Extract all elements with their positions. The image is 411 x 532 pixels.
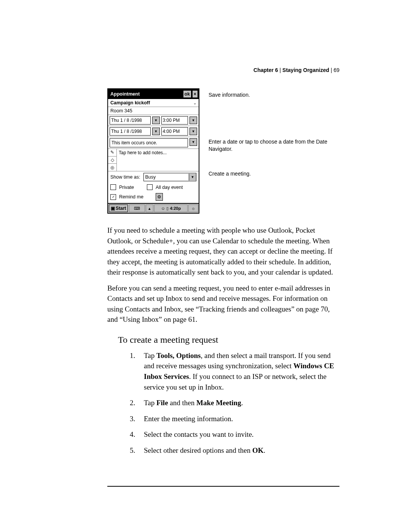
- window-title: Appointment: [109, 91, 182, 97]
- show-time-row: Show time as: Busy ▼: [108, 171, 199, 183]
- paragraph-2: Before you can send a meeting request, y…: [107, 283, 339, 325]
- end-time-input[interactable]: 4:00 PM: [161, 127, 188, 136]
- end-date-dropdown[interactable]: ▼: [152, 128, 160, 135]
- keyboard-icon[interactable]: ⌨: [129, 204, 145, 212]
- remind-checkbox[interactable]: ✓: [110, 194, 116, 200]
- recurrence-input[interactable]: This item occurs once.: [110, 138, 188, 147]
- allday-label: All day event: [156, 185, 183, 190]
- show-time-select[interactable]: Busy ▼: [143, 173, 196, 181]
- header-title: Staying Organized: [282, 67, 329, 73]
- figure: Appointment ok × Campaign kickoff ⌄ Room…: [107, 88, 339, 214]
- paragraph-1: If you need to schedule a meeting with p…: [107, 225, 339, 278]
- start-time-input[interactable]: 3:00 PM: [161, 116, 188, 125]
- subject-value: Campaign kickoff: [110, 100, 150, 105]
- recurrence-dropdown[interactable]: ▼: [190, 138, 197, 146]
- start-button[interactable]: ▣ Start: [109, 204, 128, 212]
- start-date-input[interactable]: Thu 1 / 8 /1998: [110, 116, 151, 125]
- step-5: Select other desired options and then OK…: [137, 445, 339, 456]
- location-value: Room 345: [110, 108, 132, 113]
- private-label: Private: [119, 185, 134, 190]
- page-header: Chapter 6 | Staying Organized | 69: [107, 67, 339, 73]
- chevron-down-icon: ⌄: [193, 101, 196, 105]
- step-4: Select the contacts you want to invite.: [137, 429, 339, 440]
- allday-checkbox[interactable]: [147, 184, 153, 190]
- start-date-dropdown[interactable]: ▼: [152, 117, 160, 124]
- callout-save: Save information.: [209, 91, 339, 99]
- private-checkbox[interactable]: [110, 184, 116, 190]
- header-page-number: 69: [333, 67, 339, 73]
- end-time-dropdown[interactable]: ▼: [190, 128, 197, 135]
- remind-row: ✓ Remind me ⚙: [108, 192, 199, 203]
- location-field[interactable]: Room 345: [108, 107, 199, 115]
- system-tray[interactable]: ☺ ▯ 4:20p: [154, 204, 188, 212]
- windows-icon: ▣: [111, 206, 115, 211]
- notes-area: ✎ ◇ ◎ Tap here to add notes...: [108, 149, 199, 171]
- taskbar-up-icon[interactable]: ▴: [146, 204, 153, 212]
- steps-list: Tap Tools, Options, and then select a ma…: [107, 350, 339, 455]
- step-1: Tap Tools, Options, and then select a ma…: [137, 350, 339, 392]
- end-date-input[interactable]: Thu 1 / 8 /1998: [110, 127, 151, 136]
- subject-field[interactable]: Campaign kickoff ⌄: [108, 99, 199, 107]
- notes-icon[interactable]: ✎: [108, 149, 116, 157]
- meeting-icon[interactable]: ◎: [108, 164, 116, 171]
- ok-button[interactable]: ok: [183, 90, 191, 98]
- close-button[interactable]: ×: [192, 90, 198, 98]
- section-heading: To create a meeting request: [118, 335, 339, 345]
- battery-icon: ▯: [166, 206, 169, 211]
- private-allday-row: Private All day event: [108, 183, 199, 192]
- titlebar: Appointment ok ×: [108, 89, 199, 99]
- eraser-icon[interactable]: ◇: [108, 157, 116, 164]
- header-chapter: Chapter 6: [253, 67, 278, 73]
- tray-icon: ☺: [161, 206, 165, 211]
- appointment-window: Appointment ok × Campaign kickoff ⌄ Room…: [107, 88, 199, 214]
- notes-input[interactable]: Tap here to add notes...: [117, 149, 199, 171]
- desktop-icon[interactable]: ☼: [188, 204, 198, 212]
- callout-date-navigator: Enter a date or tap to choose a date fro…: [209, 138, 339, 153]
- document-page: Chapter 6 | Staying Organized | 69 Appoi…: [107, 67, 339, 490]
- end-datetime-row: Thu 1 / 8 /1998 ▼ 4:00 PM ▼: [108, 126, 199, 137]
- taskbar: ▣ Start ⌨ ▴ ☺ ▯ 4:20p ☼: [108, 203, 199, 213]
- recurrence-row: This item occurs once. ▼: [108, 137, 199, 149]
- start-time-dropdown[interactable]: ▼: [190, 117, 197, 124]
- notes-tool-column: ✎ ◇ ◎: [108, 149, 117, 171]
- show-time-label: Show time as:: [110, 174, 140, 180]
- callout-create-meeting: Create a meeting.: [209, 170, 339, 177]
- remind-label: Remind me: [119, 194, 143, 200]
- start-datetime-row: Thu 1 / 8 /1998 ▼ 3:00 PM ▼: [108, 115, 199, 126]
- step-2: Tap File and then Make Meeting.: [137, 398, 339, 408]
- figure-callouts: Save information. Enter a date or tap to…: [209, 88, 339, 177]
- chevron-down-icon: ▼: [189, 174, 196, 181]
- footer-rule: [107, 486, 339, 487]
- clock: 4:20p: [170, 206, 181, 211]
- step-3: Enter the meeting information.: [137, 414, 339, 424]
- reminder-options-button[interactable]: ⚙: [156, 193, 163, 201]
